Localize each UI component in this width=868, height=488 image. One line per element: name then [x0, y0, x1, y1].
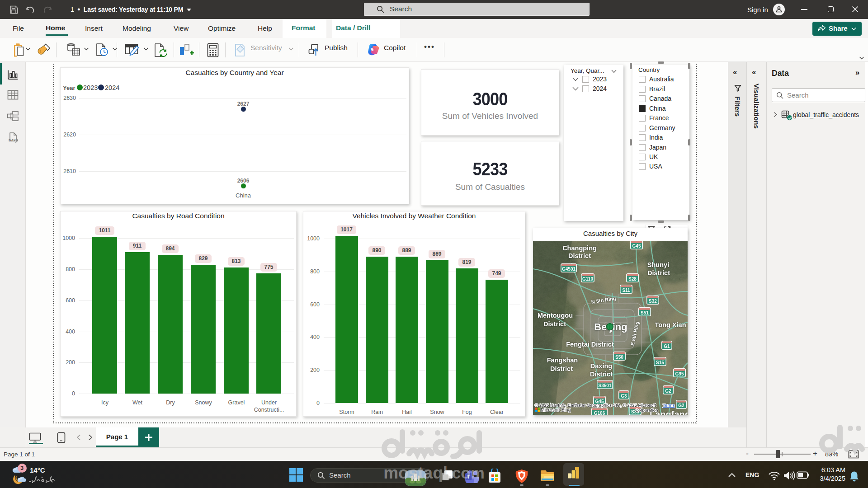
svg-text:District: District [590, 371, 613, 378]
svg-text:Changping: Changping [562, 244, 597, 252]
svg-text:Corporation: Corporation [635, 408, 658, 413]
svg-text:G1: G1 [664, 344, 670, 349]
svg-text:Microsoft Bing: Microsoft Bing [541, 407, 571, 413]
svg-text:Shunyi: Shunyi [647, 261, 669, 268]
svg-text:DAX: DAX [9, 138, 16, 142]
svg-text:G3: G3 [621, 394, 627, 399]
svg-text:G95: G95 [675, 371, 684, 376]
svg-text:District: District [568, 252, 591, 259]
svg-text:G45: G45 [632, 244, 641, 249]
svg-text:District: District [550, 365, 573, 372]
svg-text:S28: S28 [628, 277, 637, 282]
svg-text:Mentougou: Mentougou [538, 312, 573, 319]
svg-text:District: District [647, 269, 670, 277]
svg-text:S15: S15 [656, 360, 664, 365]
svg-text:District: District [543, 320, 566, 328]
svg-text:Terms: Terms [663, 403, 675, 408]
svg-text:G110: G110 [582, 277, 593, 282]
svg-text:S11: S11 [622, 288, 630, 293]
svg-text:S3501: S3501 [599, 383, 612, 388]
svg-text:G106: G106 [594, 411, 605, 415]
svg-text:Daxing: Daxing [590, 362, 612, 370]
svg-text:Fangshan: Fangshan [547, 357, 578, 364]
svg-text:S51: S51 [641, 310, 649, 315]
svg-text:S32: S32 [649, 299, 657, 304]
svg-text:S50: S50 [615, 355, 623, 360]
svg-text:Tong Xian: Tong Xian [655, 321, 686, 328]
svg-text:G2: G2 [678, 403, 684, 408]
svg-text:G2: G2 [665, 389, 671, 394]
svg-text:G4501: G4501 [562, 267, 576, 272]
svg-text:Fengtai District: Fengtai District [566, 341, 614, 348]
